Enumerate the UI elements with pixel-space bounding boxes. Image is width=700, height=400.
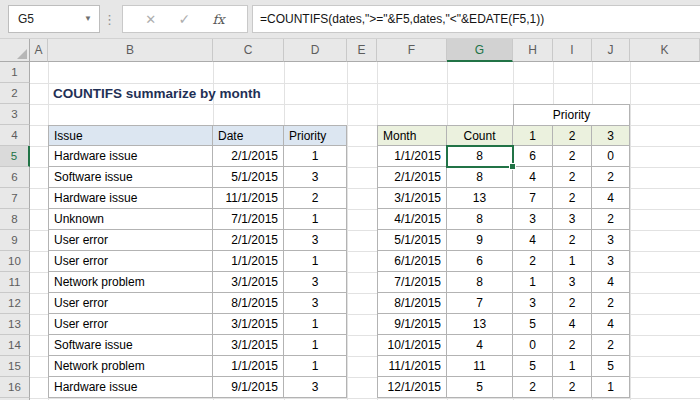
summary-header-cell[interactable]: Count [447,125,513,146]
issues-cell[interactable]: Network problem [48,356,213,377]
select-all-corner[interactable] [0,39,30,62]
row-header-12[interactable]: 12 [0,293,30,314]
issues-cell[interactable]: 1 [284,314,347,335]
summary-cell[interactable]: 2 [553,293,592,314]
column-header-C[interactable]: C [213,39,284,62]
issues-cell[interactable]: 9/1/2015 [213,377,284,398]
row-header-14[interactable]: 14 [0,335,30,356]
summary-header-cell[interactable]: Month [377,125,447,146]
issues-cell[interactable]: 1/1/2015 [213,251,284,272]
row-header-11[interactable]: 11 [0,272,30,293]
issues-cell[interactable]: 1 [284,146,347,167]
row-header-13[interactable]: 13 [0,314,30,335]
summary-cell[interactable]: 13 [447,314,513,335]
summary-cell[interactable]: 2 [553,377,592,398]
summary-cell[interactable]: 1 [553,356,592,377]
summary-cell[interactable]: 8/1/2015 [377,293,447,314]
summary-cell[interactable]: 0 [592,146,630,167]
column-header-A[interactable]: A [30,39,48,62]
summary-cell[interactable]: 1 [592,377,630,398]
summary-cell[interactable]: 5/1/2015 [377,230,447,251]
summary-cell[interactable]: 11/1/2015 [377,356,447,377]
issues-cell[interactable]: 2 [284,188,347,209]
column-header-E[interactable]: E [347,39,377,62]
summary-cell[interactable]: 13 [447,188,513,209]
summary-header-cell[interactable]: 2 [553,125,592,146]
issues-cell[interactable]: 11/1/2015 [213,188,284,209]
summary-cell[interactable]: 10/1/2015 [377,335,447,356]
issues-cell[interactable]: User error [48,251,213,272]
fill-handle[interactable] [509,163,516,170]
summary-cell[interactable]: 1 [553,251,592,272]
summary-cell[interactable]: 8 [447,167,513,188]
summary-cell[interactable]: 2 [553,230,592,251]
chevron-down-icon[interactable]: ▼ [84,6,92,32]
issues-cell[interactable]: 3 [284,377,347,398]
summary-cell[interactable]: 3/1/2015 [377,188,447,209]
issues-header-cell[interactable]: Date [213,125,284,146]
issues-cell[interactable]: 3/1/2015 [213,335,284,356]
issues-cell[interactable]: 3 [284,230,347,251]
summary-cell[interactable]: 3 [513,293,553,314]
summary-cell[interactable]: 4 [447,335,513,356]
row-header-9[interactable]: 9 [0,230,30,251]
issues-cell[interactable]: Network problem [48,272,213,293]
summary-cell[interactable]: 7 [513,188,553,209]
summary-cell[interactable]: 4 [553,314,592,335]
name-box[interactable]: G5 ▼ [8,5,100,33]
title-cell[interactable]: COUNTIFS summarize by month [53,83,261,104]
summary-header-cell[interactable]: 1 [513,125,553,146]
issues-cell[interactable]: 5/1/2015 [213,167,284,188]
summary-cell[interactable]: 1 [513,272,553,293]
issues-cell[interactable]: 1 [284,209,347,230]
issues-cell[interactable]: 1/1/2015 [213,356,284,377]
summary-cell[interactable]: 4 [513,167,553,188]
issues-cell[interactable]: 2/1/2015 [213,146,284,167]
summary-cell[interactable]: 8 [447,209,513,230]
row-header-6[interactable]: 6 [0,167,30,188]
issues-cell[interactable]: Unknown [48,209,213,230]
summary-cell[interactable]: 0 [513,335,553,356]
formula-bar[interactable]: =COUNTIFS(dates,">="&F5,dates,"<"&EDATE(… [252,5,700,33]
issues-cell[interactable]: 3 [284,272,347,293]
insert-function-icon[interactable]: fx [213,12,225,27]
summary-group-header-cell[interactable]: Priority [513,104,630,125]
summary-cell[interactable]: 3 [592,230,630,251]
issues-cell[interactable]: User error [48,230,213,251]
column-header-D[interactable]: D [284,39,347,62]
summary-cell[interactable]: 5 [447,377,513,398]
summary-cell[interactable]: 6/1/2015 [377,251,447,272]
issues-cell[interactable]: 7/1/2015 [213,209,284,230]
issues-cell[interactable]: 3/1/2015 [213,314,284,335]
issues-cell[interactable]: Hardware issue [48,188,213,209]
row-header-7[interactable]: 7 [0,188,30,209]
summary-cell[interactable]: 1/1/2015 [377,146,447,167]
summary-cell[interactable]: 5 [592,356,630,377]
summary-cell[interactable]: 4 [513,230,553,251]
issues-cell[interactable]: Hardware issue [48,377,213,398]
row-header-10[interactable]: 10 [0,251,30,272]
summary-cell[interactable]: 2 [553,188,592,209]
summary-cell[interactable]: 2 [592,293,630,314]
summary-cell[interactable]: 11 [447,356,513,377]
summary-cell[interactable]: 2 [592,167,630,188]
column-header-G[interactable]: G [447,39,513,62]
row-header-15[interactable]: 15 [0,356,30,377]
summary-cell[interactable]: 2/1/2015 [377,167,447,188]
summary-cell[interactable]: 2 [553,335,592,356]
issues-cell[interactable]: User error [48,293,213,314]
summary-cell[interactable]: 3 [592,251,630,272]
issues-cell[interactable]: 8/1/2015 [213,293,284,314]
row-header-16[interactable]: 16 [0,377,30,398]
summary-cell[interactable]: 2 [592,209,630,230]
issues-cell[interactable]: 1 [284,335,347,356]
summary-cell[interactable]: 3 [553,272,592,293]
row-header-5[interactable]: 5 [0,146,30,167]
summary-cell[interactable]: 2 [553,146,592,167]
summary-cell[interactable]: 7/1/2015 [377,272,447,293]
issues-cell[interactable]: 1 [284,356,347,377]
summary-cell[interactable]: 4/1/2015 [377,209,447,230]
issues-cell[interactable]: 1 [284,251,347,272]
summary-cell[interactable]: 7 [447,293,513,314]
column-header-I[interactable]: I [553,39,592,62]
